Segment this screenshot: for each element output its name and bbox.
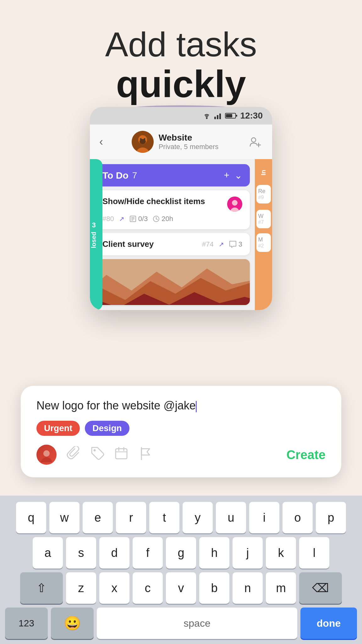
peek-count: 3 [92,221,96,229]
key-j[interactable]: j [233,537,263,569]
column-count: 7 [132,170,137,180]
key-space[interactable]: space [97,608,297,639]
calendar-icon[interactable] [114,446,128,463]
key-b[interactable]: b [199,572,229,604]
avatar-image [132,131,154,153]
svg-rect-6 [236,115,237,117]
task-checklist-1: 0/3 [129,215,148,223]
tag-urgent[interactable]: Urgent [36,421,80,436]
kanban-board: 3 losed To Do 7 + ⌄ Show/Hide checklist … [90,159,272,310]
task-link-1: ↗ [119,215,124,223]
task-card-1[interactable]: Show/Hide checklist items #80 ↗ [95,190,250,229]
key-f[interactable]: f [133,537,163,569]
project-meta: Private, 5 members [159,143,219,151]
task-title-2: Client survey [102,239,197,249]
task-card-header-1: Show/Hide checklist items [102,197,242,212]
key-backspace[interactable]: ⌫ [299,572,342,604]
key-h[interactable]: h [199,537,229,569]
task-title-1: Show/Hide checklist items [102,197,223,206]
key-l[interactable]: l [299,537,329,569]
add-member-button[interactable] [247,134,263,150]
toolbar-avatar[interactable] [36,445,57,465]
add-task-icon[interactable]: + [224,170,229,181]
hero-section: Add tasks quickly [0,0,362,117]
key-t[interactable]: t [149,502,179,533]
key-r[interactable]: r [116,502,146,533]
svg-rect-2 [217,115,218,119]
tag-design[interactable]: Design [85,421,129,436]
mountain-image [95,259,250,305]
svg-point-10 [140,139,146,144]
status-bar: 12:30 [90,107,272,125]
task-time-1: 20h [153,215,173,223]
in-progress-column-peek: In Re #9 W #7 M #2 [255,159,272,310]
task-id-2: #74 [202,240,214,248]
task-link-2: ↗ [219,241,224,248]
battery-icon [225,112,238,119]
task-meta-2: Client survey #74 ↗ 3 [102,239,242,249]
key-shift[interactable]: ⇧ [20,572,63,604]
key-c[interactable]: c [133,572,163,604]
keyboard-bottom-row: 123 😀 space done [5,608,357,639]
svg-point-11 [140,138,141,140]
project-avatar [132,131,154,153]
svg-rect-5 [226,114,232,118]
task-card-2[interactable]: Client survey #74 ↗ 3 [95,233,250,255]
key-m[interactable]: m [266,572,296,604]
key-a[interactable]: a [33,537,63,569]
keyboard-row-1: q w e r t y u i o p [5,502,357,533]
tag-icon[interactable] [90,446,104,463]
phone-mockup: 12:30 ‹ [90,107,272,310]
key-v[interactable]: v [166,572,196,604]
key-n[interactable]: n [233,572,263,604]
key-e[interactable]: e [83,502,113,533]
status-icons: 12:30 [202,111,263,121]
project-text: Website Private, 5 members [159,133,219,151]
key-g[interactable]: g [166,537,196,569]
key-x[interactable]: x [99,572,129,604]
mountain-image-card [95,259,250,305]
wifi-icon [202,112,211,119]
keyboard-row-2: a s d f g h j k l [5,537,357,569]
svg-line-25 [156,219,157,219]
key-i[interactable]: i [249,502,279,533]
task-id-1: #80 [102,215,114,223]
key-q[interactable]: q [16,502,46,533]
keyboard: q w e r t y u i o p a s d f g h j k l ⇧ … [0,496,362,644]
key-o[interactable]: o [282,502,313,533]
keyboard-row-3: ⇧ z x c v b n m ⌫ [5,572,357,604]
key-y[interactable]: y [183,502,213,533]
back-button[interactable]: ‹ [99,135,103,148]
hero-title-line1: Add tasks [0,25,362,63]
quick-add-input-display[interactable]: New logo for the website @jake [36,398,326,413]
toolbar-row: Create [36,445,326,465]
right-task-stub-2: W #7 [256,210,271,228]
key-w[interactable]: w [49,502,80,533]
task-comment-2: 3 [229,240,242,248]
svg-point-34 [41,457,52,462]
hero-title-line2: quickly [0,63,362,105]
key-done[interactable]: done [300,608,357,639]
tags-row: Urgent Design [36,421,326,436]
key-emoji[interactable]: 😀 [51,608,94,639]
key-z[interactable]: z [66,572,96,604]
peek-label: losed [90,232,97,248]
key-p[interactable]: p [316,502,346,533]
attachment-icon[interactable] [67,446,80,463]
key-d[interactable]: d [99,537,129,569]
create-button[interactable]: Create [286,448,326,462]
collapse-icon[interactable]: ⌄ [234,170,242,181]
key-123[interactable]: 123 [5,608,48,639]
column-title-group: To Do 7 [102,170,137,181]
key-s[interactable]: s [66,537,96,569]
key-u[interactable]: u [216,502,246,533]
toolbar-icons [36,445,152,465]
svg-rect-36 [116,449,127,459]
flag-icon[interactable] [138,446,152,463]
key-k[interactable]: k [266,537,296,569]
add-person-icon [249,136,261,148]
svg-point-33 [43,450,50,457]
svg-point-17 [232,200,238,206]
svg-point-13 [251,138,256,142]
svg-rect-3 [219,114,221,119]
